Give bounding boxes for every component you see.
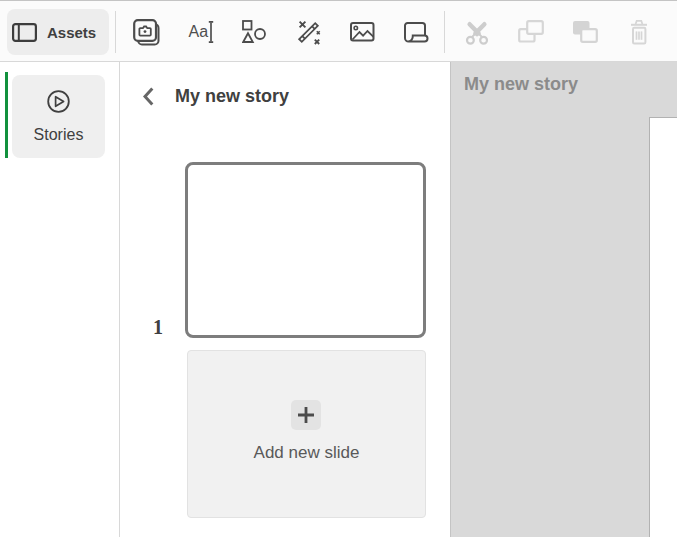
svg-text:Aa: Aa: [188, 23, 208, 40]
